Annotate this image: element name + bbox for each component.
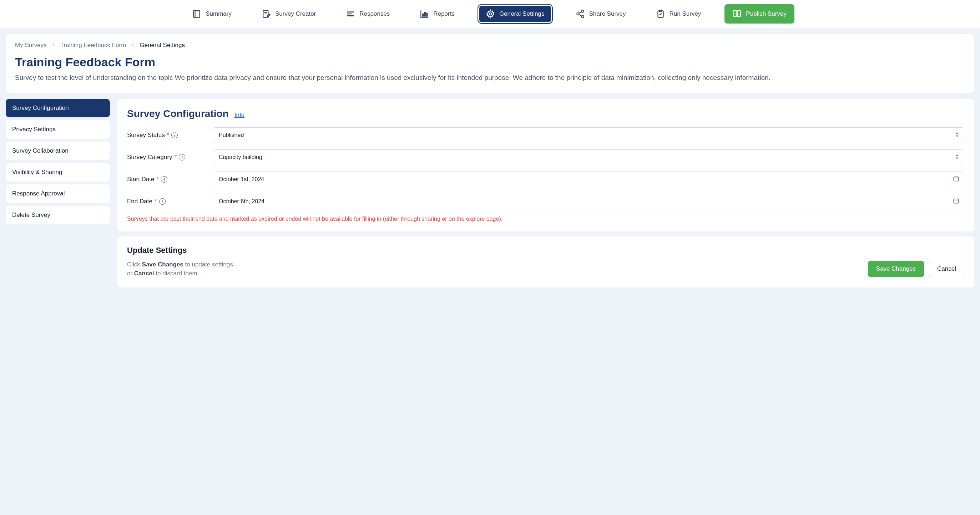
sidebar-item-response-approval[interactable]: Response Approval	[6, 184, 110, 203]
breadcrumb-current: General Settings	[140, 42, 185, 49]
svg-rect-2	[423, 14, 424, 16]
start-date-wrapper: October 1st, 2024	[213, 171, 964, 187]
help-text-part: to discard them.	[154, 270, 199, 277]
breadcrumb-my-surveys[interactable]: My Surveys	[15, 42, 47, 49]
svg-point-8	[581, 15, 584, 18]
nav-survey-creator[interactable]: Survey Creator	[255, 6, 322, 22]
nav-responses-label: Responses	[360, 10, 390, 17]
status-label-text: Survey Status	[127, 132, 165, 139]
nav-general-label: General Settings	[499, 10, 545, 17]
content-row: Survey Configuration Privacy Settings Su…	[6, 99, 974, 287]
sidebar-item-delete-survey[interactable]: Delete Survey	[6, 206, 110, 224]
share-icon	[576, 9, 585, 19]
category-label-text: Survey Category	[127, 154, 172, 161]
publish-label: Publish Survey	[746, 10, 786, 17]
help-text-part: Click	[127, 261, 142, 268]
survey-configuration-card: Survey Configuration Info Survey Status*…	[117, 99, 974, 231]
main-column: Survey Configuration Info Survey Status*…	[117, 99, 974, 287]
status-select[interactable]: Published	[213, 127, 964, 143]
required-indicator: *	[175, 154, 177, 161]
info-icon[interactable]: i	[161, 176, 167, 182]
summary-icon	[192, 9, 201, 19]
start-date-input[interactable]: October 1st, 2024	[213, 171, 964, 187]
nav-summary[interactable]: Summary	[186, 6, 238, 22]
card-title: Survey Configuration	[127, 108, 229, 119]
start-date-label-text: Start Date	[127, 176, 154, 183]
header-card: My Surveys Training Feedback Form Genera…	[6, 34, 974, 93]
help-text-part: to update settings,	[183, 261, 235, 268]
start-date-label: Start Date* i	[127, 176, 213, 183]
form-row-category: Survey Category* i Capacity building	[127, 149, 964, 165]
end-date-warning: Surveys that are past their end date and…	[127, 216, 964, 222]
update-settings-card: Update Settings Click Save Changes to up…	[117, 236, 974, 287]
help-text-bold: Save Changes	[142, 261, 183, 268]
required-indicator: *	[167, 132, 170, 139]
info-icon[interactable]: i	[171, 132, 178, 138]
list-icon	[346, 9, 355, 19]
status-select-wrapper: Published	[213, 127, 964, 143]
nav-share-survey[interactable]: Share Survey	[569, 6, 632, 22]
publish-survey-button[interactable]: Publish Survey	[724, 4, 794, 24]
end-date-label: End Date* i	[127, 198, 213, 205]
form-row-end-date: End Date* i October 6th, 2024	[127, 194, 964, 209]
sidebar-item-label: Survey Configuration	[12, 105, 69, 111]
card-title-row: Survey Configuration Info	[127, 108, 964, 119]
update-title: Update Settings	[127, 246, 964, 255]
edit-icon	[262, 9, 271, 19]
help-text-bold: Cancel	[134, 270, 154, 277]
save-changes-button[interactable]: Save Changes	[868, 261, 924, 277]
gear-icon	[486, 9, 495, 19]
nav-reports[interactable]: Reports	[413, 6, 461, 22]
svg-point-5	[489, 13, 492, 15]
breadcrumb-survey-name[interactable]: Training Feedback Form	[60, 42, 126, 49]
required-indicator: *	[157, 176, 159, 183]
end-date-label-text: End Date	[127, 198, 153, 205]
nav-run-label: Run Survey	[670, 10, 701, 17]
sidebar-item-visibility-sharing[interactable]: Visibility & Sharing	[6, 163, 110, 182]
clipboard-icon	[656, 9, 665, 19]
nav-summary-label: Summary	[205, 10, 232, 17]
info-icon[interactable]: i	[179, 154, 185, 160]
category-select-wrapper: Capacity building	[213, 149, 964, 165]
chevron-right-icon	[131, 42, 135, 49]
sidebar-item-label: Visibility & Sharing	[12, 169, 62, 176]
book-open-icon	[732, 9, 741, 19]
info-link[interactable]: Info	[234, 112, 245, 119]
sidebar-item-label: Delete Survey	[12, 211, 50, 218]
sidebar-item-survey-collaboration[interactable]: Survey Collaboration	[6, 142, 110, 160]
button-row: Save Changes Cancel	[868, 261, 964, 277]
sidebar-item-survey-configuration[interactable]: Survey Configuration	[6, 99, 110, 117]
svg-point-6	[581, 10, 584, 13]
end-date-wrapper: October 6th, 2024	[213, 194, 964, 209]
sidebar-item-label: Response Approval	[12, 190, 65, 197]
update-row: Click Save Changes to update settings, o…	[127, 260, 964, 278]
page-title: Training Feedback Form	[15, 55, 965, 69]
chevron-right-icon	[52, 42, 55, 49]
sidebar-item-label: Privacy Settings	[12, 126, 56, 133]
cancel-button[interactable]: Cancel	[929, 261, 964, 277]
start-date-value: October 1st, 2024	[219, 176, 264, 182]
svg-rect-0	[194, 10, 200, 17]
nav-responses[interactable]: Responses	[339, 6, 396, 22]
svg-rect-3	[424, 13, 425, 16]
update-help-text: Click Save Changes to update settings, o…	[127, 260, 234, 278]
category-select[interactable]: Capacity building	[213, 149, 964, 165]
required-indicator: *	[154, 198, 157, 205]
settings-sidebar: Survey Configuration Privacy Settings Su…	[6, 99, 110, 224]
top-nav: Summary Survey Creator Responses Reports…	[0, 0, 980, 28]
nav-run-survey[interactable]: Run Survey	[649, 6, 708, 22]
nav-general-settings[interactable]: General Settings	[478, 5, 552, 23]
end-date-input[interactable]: October 6th, 2024	[213, 194, 964, 209]
sidebar-item-privacy-settings[interactable]: Privacy Settings	[6, 120, 110, 139]
sidebar-item-label: Survey Collaboration	[12, 147, 68, 154]
help-text-part: or	[127, 270, 134, 277]
page-wrap: My Surveys Training Feedback Form Genera…	[0, 28, 980, 293]
form-row-status: Survey Status* i Published	[127, 127, 964, 143]
form-row-start-date: Start Date* i October 1st, 2024	[127, 171, 964, 187]
category-label: Survey Category* i	[127, 154, 213, 161]
breadcrumb: My Surveys Training Feedback Form Genera…	[15, 42, 965, 49]
page-description: Survey to test the level of understandin…	[15, 73, 965, 83]
info-icon[interactable]: i	[159, 198, 165, 205]
svg-point-7	[577, 13, 579, 15]
chart-icon	[420, 9, 429, 19]
